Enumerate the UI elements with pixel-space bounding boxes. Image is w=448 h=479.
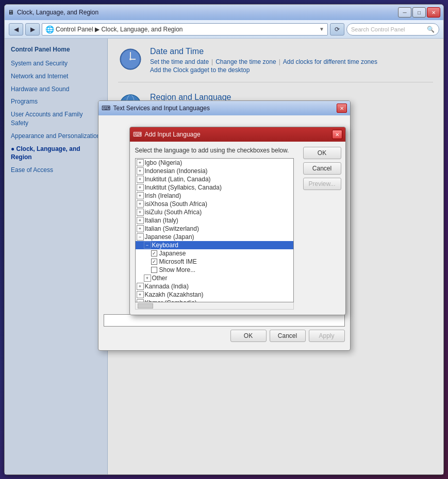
ts-ok-button[interactable]: OK — [230, 330, 267, 342]
expand-igbo[interactable]: + — [137, 159, 144, 166]
ail-title-text: ⌨ Add Input Language — [133, 131, 201, 138]
ail-scrollbar-h[interactable] — [135, 302, 294, 310]
tree-item-other[interactable]: + Other — [136, 274, 293, 282]
ts-bottom: OK Cancel Apply — [98, 311, 350, 345]
tree-item-kannada[interactable]: + Kannada (India) — [136, 282, 293, 290]
ail-preview-button[interactable]: Preview... — [303, 178, 341, 190]
tree-label-microsoft-ime: Microsoft IME — [159, 258, 197, 265]
window-title: Clock, Language, and Region — [17, 9, 98, 16]
tree-label-keyboard: Keyboard — [152, 242, 178, 249]
nav-bar: ◀ ▶ 🌐 Control Panel ▶ Clock, Language, a… — [5, 20, 443, 39]
ail-body: Select the language to add using the che… — [130, 142, 345, 315]
expand-kazakh[interactable]: + — [137, 291, 144, 298]
tree-item-inuktitut-latin[interactable]: + Inuktitut (Latin, Canada) — [136, 175, 293, 183]
ts-buttons: OK Cancel Apply — [104, 330, 345, 342]
tree-label-irish: Irish (Ireland) — [145, 192, 181, 199]
tree-item-inuktitut-syllabics[interactable]: + Inuktitut (Syllabics, Canada) — [136, 183, 293, 192]
tree-item-igbo[interactable]: + Igbo (Nigeria) — [136, 159, 293, 167]
tree-item-microsoft-ime[interactable]: ✓ Microsoft IME — [136, 258, 293, 266]
tree-label-kannada: Kannada (India) — [145, 283, 189, 290]
tree-item-show-more[interactable]: Show More... — [136, 266, 293, 274]
refresh-button[interactable]: ⟳ — [330, 23, 344, 36]
expand-inuktitut-latin[interactable]: + — [137, 176, 144, 183]
title-bar: 🖥 Clock, Language, and Region ─ □ ✕ — [5, 5, 443, 20]
address-dropdown[interactable]: ▼ — [319, 26, 324, 32]
maximize-button[interactable]: □ — [412, 7, 426, 18]
search-icon: 🔍 — [427, 26, 435, 33]
tree-item-irish[interactable]: + Irish (Ireland) — [136, 192, 293, 200]
tree-item-khmer[interactable]: + Khmer (Cambodia) — [136, 299, 293, 302]
minimize-button[interactable]: ─ — [398, 7, 411, 18]
dialog-overlay: ⌨ Text Services and Input Languages ✕ ⌨ … — [5, 39, 443, 474]
ail-ok-button[interactable]: OK — [303, 147, 341, 159]
tree-label-japanese-cb: Japanese — [159, 250, 186, 257]
window-frame: 🖥 Clock, Language, and Region ─ □ ✕ ◀ ▶ … — [4, 4, 444, 475]
tree-item-isizulu[interactable]: + isiZulu (South Africa) — [136, 208, 293, 216]
forward-button[interactable]: ▶ — [25, 23, 40, 36]
ail-left-panel: Select the language to add using the che… — [130, 142, 299, 315]
expand-italian-switzerland[interactable]: + — [137, 225, 144, 232]
ts-body: ⌨ Add Input Language ✕ Select the langua… — [98, 115, 350, 311]
window-icon: 🖥 — [8, 9, 14, 16]
search-bar[interactable]: Search Control Panel 🔍 — [346, 23, 439, 36]
tree-item-japanese-cb[interactable]: ✓ Japanese — [136, 249, 293, 258]
dialog-add-input-language: ⌨ Add Input Language ✕ Select the langua… — [129, 127, 346, 315]
checkbox-microsoft-ime[interactable]: ✓ — [151, 259, 157, 265]
tree-item-isixhosa[interactable]: + isiXhosa (South Africa) — [136, 200, 293, 208]
address-bar[interactable]: 🌐 Control Panel ▶ Clock, Language, and R… — [42, 23, 328, 36]
tree-item-indonesian[interactable]: + Indonesian (Indonesia) — [136, 167, 293, 175]
tree-label-igbo: Igbo (Nigeria) — [145, 159, 182, 166]
expand-keyboard[interactable]: − — [144, 242, 151, 249]
tree-item-italian-italy[interactable]: + Italian (Italy) — [136, 216, 293, 225]
tree-item-japanese[interactable]: − Japanese (Japan) — [136, 233, 293, 241]
tree-label-indonesian: Indonesian (Indonesia) — [145, 167, 208, 175]
checkbox-japanese[interactable]: ✓ — [151, 250, 157, 256]
tree-item-keyboard[interactable]: − Keyboard — [136, 241, 293, 249]
ail-instruction: Select the language to add using the che… — [135, 147, 294, 154]
expand-isizulu[interactable]: + — [137, 209, 144, 216]
ail-title-bar: ⌨ Add Input Language ✕ — [130, 127, 345, 142]
ts-close-button[interactable]: ✕ — [337, 104, 347, 113]
close-button[interactable]: ✕ — [427, 7, 440, 18]
ail-tree[interactable]: + Igbo (Nigeria) + Indonesian (Indonesia… — [135, 158, 294, 302]
expand-italian-italy[interactable]: + — [137, 217, 144, 224]
tree-label-show-more: Show More... — [159, 266, 196, 273]
tree-label-kazakh: Kazakh (Kazakhstan) — [145, 291, 204, 298]
address-icon: 🌐 — [45, 25, 54, 33]
title-bar-left: 🖥 Clock, Language, and Region — [8, 9, 98, 16]
ts-text-field[interactable] — [104, 314, 345, 327]
title-bar-buttons: ─ □ ✕ — [398, 7, 440, 18]
tree-label-inuktitut-syllabics: Inuktitut (Syllabics, Canada) — [145, 184, 222, 191]
expand-indonesian[interactable]: + — [137, 167, 144, 175]
expand-kannada[interactable]: + — [137, 283, 144, 290]
ts-cancel-button[interactable]: Cancel — [270, 330, 306, 342]
ts-title-text: ⌨ Text Services and Input Languages — [102, 105, 210, 112]
expand-japanese[interactable]: − — [137, 233, 144, 241]
dialog-text-services: ⌨ Text Services and Input Languages ✕ ⌨ … — [98, 100, 351, 351]
checkbox-show-more[interactable] — [151, 267, 157, 273]
tree-label-inuktitut-latin: Inuktitut (Latin, Canada) — [145, 176, 211, 183]
tree-label-italian-italy: Italian (Italy) — [145, 217, 178, 224]
ts-apply-button[interactable]: Apply — [309, 330, 345, 342]
expand-irish[interactable]: + — [137, 192, 144, 199]
ts-title-bar: ⌨ Text Services and Input Languages ✕ — [98, 101, 350, 115]
tree-label-japanese: Japanese (Japan) — [145, 233, 194, 241]
tree-item-italian-switzerland[interactable]: + Italian (Switzerland) — [136, 225, 293, 233]
ail-cancel-button[interactable]: Cancel — [303, 162, 341, 175]
expand-other[interactable]: + — [144, 275, 151, 282]
back-button[interactable]: ◀ — [9, 23, 23, 36]
expand-inuktitut-syllabics[interactable]: + — [137, 184, 144, 191]
address-text: Control Panel ▶ Clock, Language, and Reg… — [56, 26, 317, 33]
tree-label-italian-switzerland: Italian (Switzerland) — [145, 225, 199, 232]
tree-label-isixhosa: isiXhosa (South Africa) — [145, 200, 207, 208]
ail-close-button[interactable]: ✕ — [332, 130, 342, 139]
ail-title-icon: ⌨ — [133, 131, 142, 138]
search-placeholder: Search Control Panel — [351, 26, 425, 32]
tree-label-other: Other — [152, 275, 168, 282]
tree-item-kazakh[interactable]: + Kazakh (Kazakhstan) — [136, 290, 293, 299]
tree-label-isizulu: isiZulu (South Africa) — [145, 209, 202, 216]
ail-right-panel: OK Cancel Preview... — [299, 142, 345, 315]
ail-title-label: Add Input Language — [145, 131, 201, 138]
ts-title-label: Text Services and Input Languages — [113, 105, 210, 112]
expand-isixhosa[interactable]: + — [137, 200, 144, 208]
